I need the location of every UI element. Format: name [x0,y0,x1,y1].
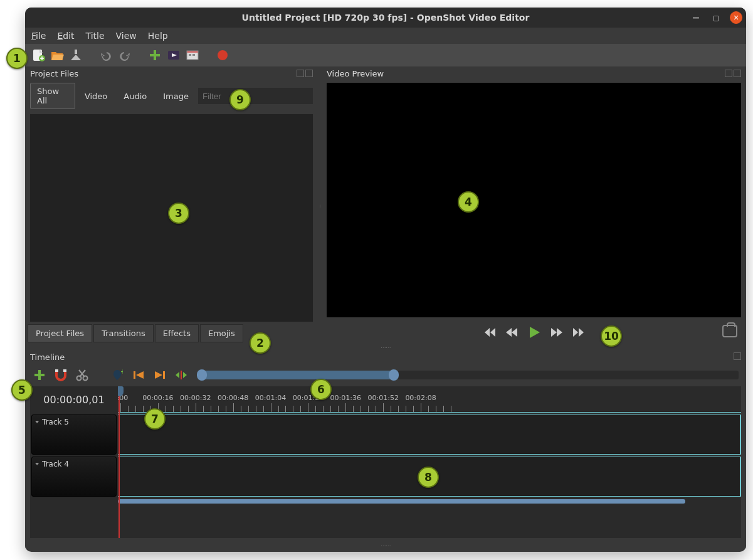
project-files-bottom-tabs: Project Files Transitions Effects Emojis [25,324,318,345]
timeline-panel: Timeline + 00:00:00,01 ▸Track 5 ▸Track 4 [25,350,746,548]
center-playhead-button[interactable] [174,368,188,382]
window-minimize-button[interactable]: — [690,11,702,24]
annotation-badge: 6 [310,379,332,400]
timeline-ruler[interactable]: 0:0000:00:1600:00:3200:00:4800:01:0400:0… [118,386,741,413]
add-marker-button[interactable]: + [110,368,124,382]
open-project-button[interactable] [50,48,64,62]
filter-tab-audio[interactable]: Audio [117,88,154,105]
transport-bar [322,320,746,345]
annotation-badge: 3 [168,203,189,224]
annotation-badge: 1 [6,48,28,69]
timeline-current-time: 00:00:00,01 [30,386,118,413]
horizontal-splitter[interactable]: ⋯⋯ [25,345,746,350]
export-button[interactable] [216,48,229,62]
undock-icon[interactable] [725,70,732,77]
close-panel-icon[interactable] [734,70,741,77]
filter-tab-all[interactable]: Show All [30,83,75,109]
jump-end-button[interactable] [572,325,586,339]
timeline-scrollbar[interactable] [118,499,741,505]
menu-title[interactable]: Title [86,31,105,41]
save-project-button[interactable] [69,48,83,62]
annotation-badge: 2 [250,332,271,354]
project-files-title: Project Files [30,69,78,78]
profiles-button[interactable] [167,48,181,62]
window-title: Untitled Project [HD 720p 30 fps] - Open… [242,13,530,23]
annotation-badge: 10 [601,325,622,347]
svg-rect-2 [75,50,77,54]
track-lane[interactable] [118,415,741,455]
annotation-badge: 9 [229,89,251,110]
window-maximize-button[interactable]: ▢ [710,11,722,24]
svg-rect-16 [163,371,165,379]
menu-help[interactable]: Help [148,31,168,41]
horizontal-splitter[interactable]: ⋯⋯ [25,543,746,548]
annotation-badge: 5 [11,379,33,401]
tab-transitions[interactable]: Transitions [93,324,154,342]
menu-view[interactable]: View [116,31,137,41]
window-controls: — ▢ ✕ [690,8,742,28]
razor-button[interactable] [75,368,89,382]
undock-icon[interactable] [734,352,741,360]
video-preview-title: Video Preview [327,69,384,78]
timeline-toolbar: + [25,364,746,386]
app-window: Untitled Project [HD 720p 30 fps] - Open… [25,8,746,552]
play-button[interactable] [527,325,541,339]
undock-icon[interactable] [297,70,304,77]
fullscreen-button[interactable] [186,48,199,62]
svg-rect-7 [189,54,191,56]
tab-effects[interactable]: Effects [155,324,199,342]
snapping-button[interactable] [54,368,68,382]
rewind-button[interactable] [505,325,519,339]
previous-marker-button[interactable] [132,368,145,382]
annotation-badge: 8 [418,467,439,488]
playhead[interactable] [118,386,120,538]
timeline-tracks-area[interactable]: 0:0000:00:1600:00:3200:00:4800:01:0400:0… [118,386,741,538]
video-preview-canvas[interactable] [327,83,741,317]
svg-text:+: + [120,369,123,375]
fast-forward-button[interactable] [550,325,564,339]
menu-edit[interactable]: Edit [57,31,74,41]
svg-rect-15 [134,371,135,379]
svg-rect-10 [55,369,58,372]
close-panel-icon[interactable] [305,70,313,77]
new-project-button[interactable] [31,48,45,62]
track-header[interactable]: ▸Track 4 [31,457,117,497]
svg-rect-11 [63,369,66,372]
main-toolbar [25,44,746,66]
track-header[interactable]: ▸Track 5 [31,415,117,455]
undo-button[interactable] [99,48,113,62]
next-marker-button[interactable] [153,368,167,382]
add-track-button[interactable] [33,368,46,382]
svg-rect-8 [192,54,195,56]
import-files-button[interactable] [148,48,162,62]
redo-button[interactable] [118,48,132,62]
menubar: File Edit Title View Help [25,28,746,44]
zoom-slider[interactable] [199,371,739,379]
timeline-body: 00:00:00,01 ▸Track 5 ▸Track 4 0:0000:00:… [30,386,741,538]
snapshot-button[interactable] [722,325,737,337]
annotation-badge: 7 [144,408,166,430]
menu-file[interactable]: File [31,31,46,41]
timeline-title: Timeline [30,352,65,362]
svg-point-9 [218,50,228,60]
filter-tab-video[interactable]: Video [78,88,114,105]
window-close-button[interactable]: ✕ [730,11,742,24]
project-files-filter-bar: Show All Video Audio Image [25,80,318,112]
tab-project-files[interactable]: Project Files [28,324,92,342]
annotation-badge: 4 [458,191,479,213]
tab-emojis[interactable]: Emojis [200,324,243,342]
timeline-track-headers: 00:00:00,01 ▸Track 5 ▸Track 4 [30,386,118,538]
video-preview-panel: Video Preview [322,66,746,345]
titlebar: Untitled Project [HD 720p 30 fps] - Open… [25,8,746,28]
filter-tab-image[interactable]: Image [156,88,196,105]
dock-row: Project Files Show All Video Audio Image… [25,66,746,345]
svg-rect-17 [181,371,182,379]
filter-input[interactable] [198,88,313,104]
jump-start-button[interactable] [482,325,496,339]
